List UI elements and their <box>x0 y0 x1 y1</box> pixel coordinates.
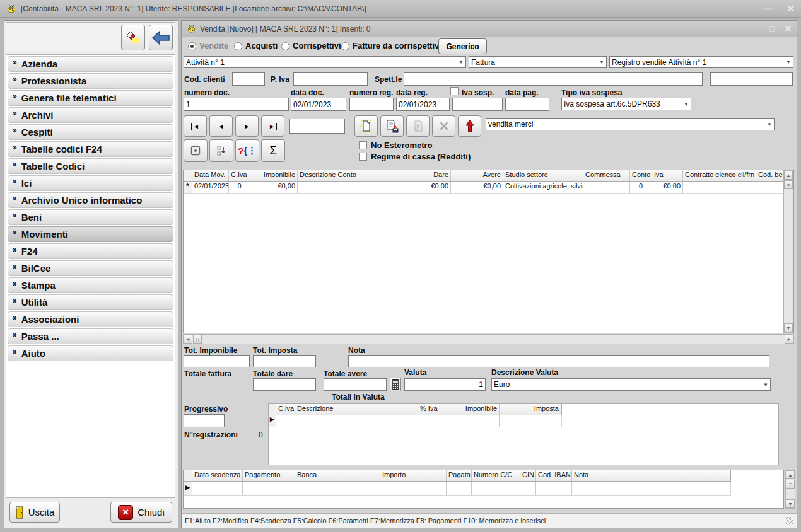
sidebar-item-f24[interactable]: »F24 <box>8 243 173 259</box>
scroll-right-icon[interactable]: ► <box>785 335 793 344</box>
doc-close-button[interactable]: ✕ <box>785 25 792 33</box>
scroll-thumb[interactable]: = <box>784 180 793 189</box>
sidebar-item-ici[interactable]: »Ici <box>8 175 173 191</box>
numero-reg-input[interactable] <box>349 98 394 111</box>
tot-imponibile-input[interactable] <box>184 355 250 367</box>
generico-button[interactable]: Generico <box>438 38 487 54</box>
cell-pagata[interactable] <box>447 482 472 495</box>
cell-dare[interactable]: €0,00 <box>399 182 451 193</box>
sidebar-item-cespiti[interactable]: »Cespiti <box>8 124 173 140</box>
flashlight-button[interactable] <box>121 25 145 50</box>
sidebar-item-utilita[interactable]: »Utilità <box>8 294 173 310</box>
sidebar-item-genera-file-telematici[interactable]: »Genera file telematici <box>8 90 173 106</box>
data-doc-input[interactable] <box>291 98 346 111</box>
spett-le-input[interactable] <box>404 72 703 86</box>
cell-imposta[interactable] <box>500 415 561 427</box>
cell-descrizione-conto[interactable] <box>298 182 399 193</box>
radio-corrispettivi[interactable] <box>281 42 289 50</box>
close-button[interactable]: ✕ <box>786 4 795 13</box>
cell-commessa[interactable] <box>583 182 630 193</box>
delete-record-button-disabled[interactable] <box>432 115 455 137</box>
cell-studio-settore[interactable]: Coltivazioni agricole, silvic <box>503 182 583 193</box>
radio-acquisti[interactable] <box>234 42 242 50</box>
hscroll-thumb[interactable]: | | <box>193 335 202 344</box>
nav-first-button[interactable]: ◄ <box>184 115 207 137</box>
calculator-button[interactable] <box>390 378 401 391</box>
valuta-input[interactable] <box>404 378 486 391</box>
cell-descrizione[interactable] <box>295 415 418 427</box>
numero-doc-input[interactable] <box>184 98 289 111</box>
tipo-documento-select[interactable]: Fattura ▼ <box>469 56 607 68</box>
scroll-up-icon[interactable]: ▲ <box>784 171 793 180</box>
cell-cod-ben[interactable] <box>756 182 784 193</box>
scroll-down-icon[interactable]: ▼ <box>786 499 795 508</box>
radio-vendite[interactable] <box>188 42 196 50</box>
tipo-iva-sospesa-select[interactable]: Iva sospesa art.6c.5DPR633 ▼ <box>561 98 691 110</box>
uscita-button[interactable]: Uscita <box>9 502 60 523</box>
causale-select[interactable]: vendita merci ▼ <box>486 118 775 130</box>
cod-clienti-input[interactable] <box>232 72 265 86</box>
sidebar-item-bilcee[interactable]: »BilCee <box>8 260 173 276</box>
progressivo-input[interactable] <box>184 414 225 427</box>
minimize-button[interactable]: — <box>763 4 773 13</box>
sidebar-item-archivi[interactable]: »Archivi <box>8 107 173 123</box>
nota-input[interactable] <box>348 355 769 367</box>
data-reg-input[interactable] <box>396 98 450 111</box>
sidebar-item-associazioni[interactable]: »Associazioni <box>8 311 173 327</box>
cell-avere[interactable]: €0,00 <box>451 182 503 193</box>
movimenti-row[interactable]: * 02/01/2023 0 €0,00 €0,00 €0,00 Coltiva… <box>184 182 793 194</box>
scadenze-vscrollbar[interactable]: ▲ = ▼ <box>785 470 795 509</box>
radio-fatture-label[interactable]: Fatture da corrispettivi <box>353 41 441 50</box>
scadenze-row[interactable]: ▶ <box>184 482 731 496</box>
cell-conto[interactable]: 0 <box>630 182 652 193</box>
totale-dare-input[interactable] <box>253 378 316 391</box>
cell-data-scadenza[interactable] <box>192 482 243 495</box>
resize-grip[interactable] <box>786 517 793 524</box>
data-pag-input[interactable] <box>505 98 549 111</box>
sidebar-item-archivio-unico[interactable]: »Archivio Unico informatico <box>8 192 173 208</box>
scroll-thumb[interactable]: = <box>786 480 795 489</box>
parameters-button[interactable]: ?{⋮ <box>235 139 259 162</box>
cell-imponibile[interactable]: €0,00 <box>250 182 298 193</box>
sidebar-item-professionista[interactable]: »Professionista <box>8 73 173 89</box>
sidebar-item-azienda[interactable]: »Azienda <box>8 56 173 72</box>
nav-last-button[interactable]: ► <box>261 115 284 137</box>
regime-cassa-checkbox[interactable] <box>359 153 367 161</box>
totale-avere-input[interactable] <box>324 378 387 391</box>
nav-next-button[interactable]: ► <box>235 115 259 137</box>
no-esterometro-label[interactable]: No Esterometro <box>371 141 433 150</box>
iva-sosp-checkbox[interactable] <box>450 87 459 95</box>
radio-corrispettivi-label[interactable]: Corrispettivi <box>293 41 341 50</box>
sidebar-item-tabelle-codici-f24[interactable]: »Tabelle codici F24 <box>8 141 173 157</box>
movimenti-vscrollbar[interactable]: ▲ = ▼ <box>783 170 793 333</box>
sidebar-item-passa[interactable]: »Passa ... <box>8 328 173 344</box>
scroll-left-icon[interactable]: ◄ <box>184 335 192 344</box>
no-esterometro-checkbox[interactable] <box>359 141 367 149</box>
sidebar-item-aiuto[interactable]: »Aiuto <box>8 345 173 361</box>
chiudi-button[interactable]: ✕ Chiudi <box>110 502 172 523</box>
cell-perc-iva[interactable] <box>418 415 438 427</box>
cell-importo[interactable] <box>380 482 447 495</box>
registro-select[interactable]: Registro vendite Attività n° 1 ▼ <box>609 56 793 68</box>
cell-contratto[interactable] <box>683 182 756 193</box>
edit-record-button-disabled[interactable] <box>406 115 430 137</box>
cell-nota[interactable] <box>572 482 730 495</box>
sidebar-item-tabelle-codici[interactable]: »Tabelle Codici <box>8 158 173 174</box>
spett-le-extra-input[interactable] <box>710 72 793 86</box>
scroll-up-icon[interactable]: ▲ <box>786 470 795 479</box>
record-search-input[interactable] <box>289 119 345 134</box>
cell-civa[interactable] <box>276 415 295 427</box>
new-record-button[interactable] <box>354 115 378 137</box>
cell-civa[interactable]: 0 <box>229 182 250 193</box>
radio-fatture-da-corrispettivi[interactable] <box>341 42 349 50</box>
iva-sosp-input[interactable] <box>452 98 503 111</box>
nav-prev-button[interactable]: ◄ <box>209 115 233 137</box>
movimenti-hscrollbar[interactable]: ◄ | | ► <box>183 334 794 344</box>
regime-cassa-label[interactable]: Regime di cassa (Redditi) <box>371 152 471 161</box>
iva-row[interactable]: ▶ <box>269 415 562 427</box>
descrizione-valuta-select[interactable]: Euro ▼ <box>491 378 771 391</box>
scroll-down-icon[interactable]: ▼ <box>784 323 793 332</box>
cell-banca[interactable] <box>295 482 380 495</box>
doc-maximize-button[interactable]: □ <box>769 25 775 33</box>
cell-cin[interactable] <box>520 482 536 495</box>
